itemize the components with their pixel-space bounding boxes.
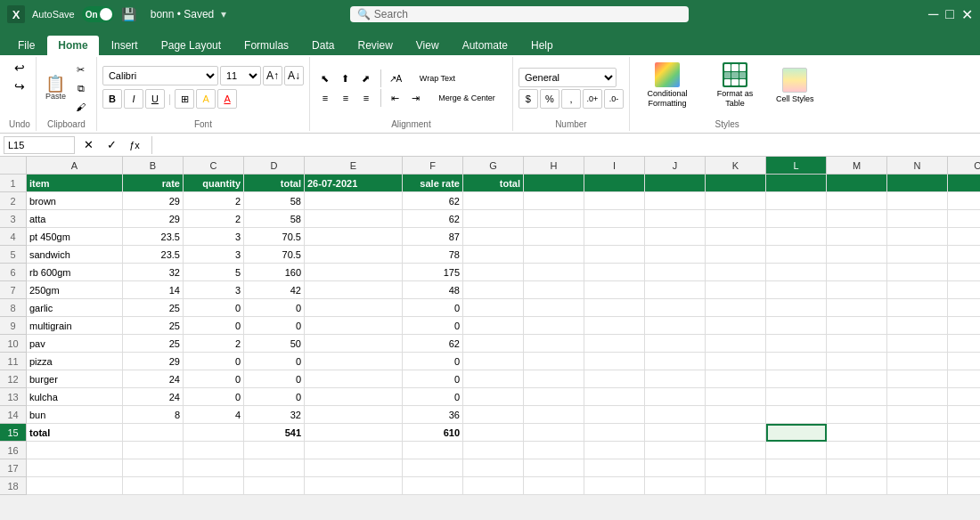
list-item[interactable]: 2 xyxy=(184,335,244,353)
list-item[interactable] xyxy=(766,459,827,477)
col-header-C[interactable]: C xyxy=(184,157,244,175)
list-item[interactable] xyxy=(403,477,463,495)
list-item[interactable]: 24 xyxy=(123,388,184,406)
list-item[interactable]: 29 xyxy=(123,353,184,370)
list-item[interactable] xyxy=(305,210,403,228)
list-item[interactable] xyxy=(645,424,706,442)
list-item[interactable] xyxy=(645,459,706,477)
align-top-right[interactable]: ⬈ xyxy=(356,69,376,87)
list-item[interactable] xyxy=(827,299,887,317)
list-item[interactable] xyxy=(305,388,403,406)
list-item[interactable] xyxy=(524,353,584,370)
list-item[interactable] xyxy=(524,459,584,477)
list-item[interactable] xyxy=(706,442,766,459)
list-item[interactable]: 541 xyxy=(244,424,305,442)
list-item[interactable] xyxy=(706,192,766,210)
list-item[interactable] xyxy=(463,281,524,299)
list-item[interactable] xyxy=(305,192,403,210)
list-item[interactable] xyxy=(645,264,706,281)
tab-data[interactable]: Data xyxy=(301,36,345,55)
format-painter-button[interactable]: 🖌 xyxy=(71,98,91,116)
list-item[interactable] xyxy=(184,424,244,442)
list-item[interactable] xyxy=(948,424,980,442)
list-item[interactable] xyxy=(827,388,887,406)
list-item[interactable] xyxy=(706,424,766,442)
list-item[interactable]: 26-07-2021 xyxy=(305,175,403,192)
list-item[interactable]: rb 600gm xyxy=(27,264,123,281)
save-icon[interactable]: 💾 xyxy=(121,7,136,21)
list-item[interactable]: 0 xyxy=(184,370,244,388)
list-item[interactable] xyxy=(524,317,584,335)
list-item[interactable]: 24 xyxy=(123,370,184,388)
list-item[interactable]: 14 xyxy=(123,281,184,299)
list-item[interactable] xyxy=(887,299,948,317)
list-item[interactable] xyxy=(948,388,980,406)
list-item[interactable] xyxy=(584,299,645,317)
list-item[interactable]: 2 xyxy=(184,192,244,210)
list-item[interactable]: item xyxy=(27,175,123,192)
list-item[interactable] xyxy=(827,442,887,459)
list-item[interactable]: 25 xyxy=(123,317,184,335)
list-item[interactable]: total xyxy=(463,175,524,192)
list-item[interactable] xyxy=(584,406,645,424)
list-item[interactable]: 70.5 xyxy=(244,246,305,264)
list-item[interactable] xyxy=(584,175,645,192)
list-item[interactable]: 0 xyxy=(403,299,463,317)
list-item[interactable]: 25 xyxy=(123,335,184,353)
list-item[interactable]: pt 450gm xyxy=(27,228,123,246)
list-item[interactable] xyxy=(584,388,645,406)
list-item[interactable] xyxy=(948,246,980,264)
merge-center-button[interactable]: Merge & Center xyxy=(427,89,507,107)
list-item[interactable] xyxy=(766,442,827,459)
list-item[interactable] xyxy=(887,442,948,459)
align-top-center[interactable]: ⬆ xyxy=(336,69,355,87)
list-item[interactable]: 62 xyxy=(403,210,463,228)
list-item[interactable]: 42 xyxy=(244,281,305,299)
list-item[interactable] xyxy=(706,264,766,281)
align-center-button[interactable]: ≡ xyxy=(336,89,355,107)
list-item[interactable] xyxy=(524,228,584,246)
indent-increase[interactable]: ⇥ xyxy=(406,89,426,107)
number-format-select[interactable]: General xyxy=(519,68,617,87)
list-item[interactable]: sandwich xyxy=(27,246,123,264)
list-item[interactable]: 0 xyxy=(184,299,244,317)
list-item[interactable] xyxy=(706,388,766,406)
list-item[interactable] xyxy=(948,353,980,370)
list-item[interactable] xyxy=(827,264,887,281)
list-item[interactable] xyxy=(887,459,948,477)
list-item[interactable] xyxy=(706,317,766,335)
list-item[interactable] xyxy=(244,477,305,495)
tab-help[interactable]: Help xyxy=(520,36,564,55)
list-item[interactable] xyxy=(463,442,524,459)
list-item[interactable] xyxy=(948,210,980,228)
italic-button[interactable]: I xyxy=(124,89,143,109)
list-item[interactable] xyxy=(948,370,980,388)
list-item[interactable]: 5 xyxy=(184,264,244,281)
list-item[interactable] xyxy=(645,210,706,228)
list-item[interactable] xyxy=(463,264,524,281)
list-item[interactable] xyxy=(827,459,887,477)
list-item[interactable] xyxy=(584,459,645,477)
list-item[interactable]: bun xyxy=(27,406,123,424)
list-item[interactable]: garlic xyxy=(27,299,123,317)
list-item[interactable] xyxy=(305,281,403,299)
list-item[interactable] xyxy=(887,317,948,335)
list-item[interactable] xyxy=(305,317,403,335)
list-item[interactable] xyxy=(948,175,980,192)
list-item[interactable] xyxy=(305,406,403,424)
list-item[interactable] xyxy=(584,264,645,281)
list-item[interactable] xyxy=(645,246,706,264)
list-item[interactable]: 62 xyxy=(403,335,463,353)
list-item[interactable] xyxy=(766,175,827,192)
list-item[interactable]: 0 xyxy=(403,388,463,406)
list-item[interactable]: 78 xyxy=(403,246,463,264)
insert-function-button[interactable]: ƒx xyxy=(125,136,144,154)
format-as-table-button[interactable]: Format as Table xyxy=(703,59,767,112)
list-item[interactable] xyxy=(887,335,948,353)
cancel-formula-button[interactable]: ✕ xyxy=(78,136,98,154)
list-item[interactable] xyxy=(706,175,766,192)
percent-button[interactable]: % xyxy=(540,89,559,109)
list-item[interactable] xyxy=(244,459,305,477)
list-item[interactable]: 160 xyxy=(244,264,305,281)
list-item[interactable]: 23.5 xyxy=(123,246,184,264)
